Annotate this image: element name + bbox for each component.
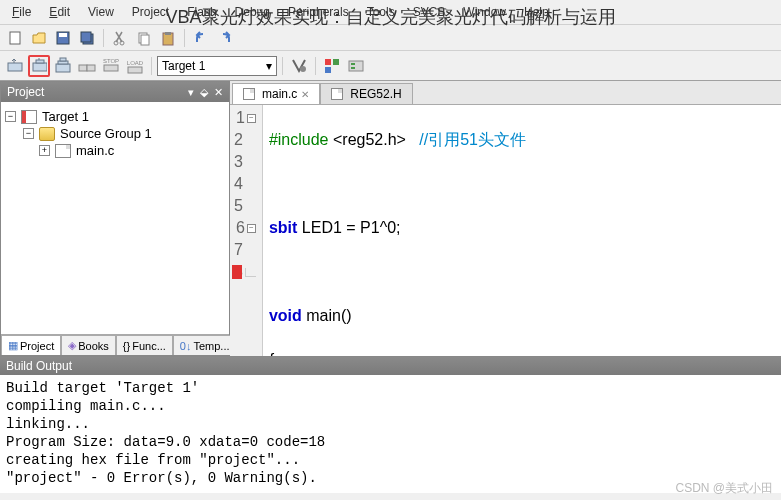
build-target-button[interactable] — [28, 55, 50, 77]
svg-rect-16 — [60, 58, 66, 61]
svg-rect-26 — [325, 67, 331, 73]
menu-window[interactable]: Window — [455, 3, 514, 21]
separator — [184, 29, 185, 47]
bookmark-icon[interactable] — [232, 265, 242, 279]
svg-rect-19 — [104, 65, 118, 71]
svg-rect-10 — [165, 32, 171, 35]
svg-rect-13 — [36, 60, 44, 63]
line-gutter: 1− 2 3 4 5 6− 7 8 — [230, 105, 263, 356]
open-file-button[interactable] — [28, 27, 50, 49]
svg-rect-18 — [87, 65, 95, 71]
svg-rect-8 — [141, 35, 149, 45]
build-output-text[interactable]: Build target 'Target 1' compiling main.c… — [0, 375, 781, 493]
svg-rect-12 — [33, 63, 47, 71]
fold-icon[interactable]: − — [247, 224, 256, 233]
svg-rect-29 — [351, 67, 355, 69]
cut-button[interactable] — [109, 27, 131, 49]
c-file-icon — [55, 144, 71, 158]
target-combo-value: Target 1 — [162, 59, 205, 73]
svg-text:LOAD: LOAD — [127, 60, 144, 66]
options-button[interactable] — [288, 55, 310, 77]
translate-button[interactable] — [4, 55, 26, 77]
separator — [151, 57, 152, 75]
menu-svcs[interactable]: SVCS — [405, 3, 454, 21]
batch-build-button[interactable] — [76, 55, 98, 77]
c-file-icon — [243, 88, 255, 100]
download-button[interactable]: LOAD — [124, 55, 146, 77]
paste-button[interactable] — [157, 27, 179, 49]
folder-icon — [39, 127, 55, 141]
tree-toggle-icon[interactable]: + — [39, 145, 50, 156]
undo-button[interactable] — [190, 27, 212, 49]
target-icon — [21, 110, 37, 124]
redo-button[interactable] — [214, 27, 236, 49]
project-panel-title: Project — [7, 85, 44, 99]
build-toolbar: STOP LOAD Target 1 ▾ — [0, 51, 781, 81]
project-panel: Project ▾ ⬙ ✕ − Target 1 − Source Group … — [0, 81, 230, 356]
editor-panel: main.c ✕ REG52.H 1− 2 3 4 5 6− 7 8 #incl… — [230, 81, 781, 356]
project-panel-header: Project ▾ ⬙ ✕ — [1, 82, 229, 102]
panel-autohide-icon[interactable]: ⬙ — [200, 86, 208, 99]
tab-project[interactable]: ▦Project — [1, 335, 61, 355]
separator — [315, 57, 316, 75]
code-editor[interactable]: 1− 2 3 4 5 6− 7 8 #include <reg52.h> //引… — [230, 105, 781, 356]
stop-build-button[interactable]: STOP — [100, 55, 122, 77]
project-tree[interactable]: − Target 1 − Source Group 1 + main.c — [1, 102, 229, 334]
new-file-button[interactable] — [4, 27, 26, 49]
target-combo[interactable]: Target 1 ▾ — [157, 56, 277, 76]
menu-peripherals[interactable]: Peripherals — [280, 3, 357, 21]
editor-tab-reg52[interactable]: REG52.H — [320, 83, 412, 104]
menu-edit[interactable]: Edit — [41, 3, 78, 21]
tree-toggle-icon[interactable]: − — [5, 111, 16, 122]
svg-rect-17 — [79, 65, 87, 71]
tab-functions[interactable]: {}Func... — [116, 335, 173, 355]
menu-debug[interactable]: Debug — [227, 3, 278, 21]
fold-icon[interactable]: − — [247, 114, 256, 123]
close-tab-icon[interactable]: ✕ — [301, 89, 309, 100]
save-all-button[interactable] — [76, 27, 98, 49]
separator — [103, 29, 104, 47]
panel-pin-icon[interactable]: ▾ — [188, 86, 194, 99]
manage-components-button[interactable] — [321, 55, 343, 77]
tab-templates[interactable]: 0↓Temp... — [173, 335, 237, 355]
svg-point-23 — [300, 66, 306, 72]
save-button[interactable] — [52, 27, 74, 49]
svg-rect-2 — [59, 33, 67, 37]
h-file-icon — [331, 88, 343, 100]
manage-rte-button[interactable] — [345, 55, 367, 77]
menu-flash[interactable]: Flash — [179, 3, 224, 21]
editor-tab-mainc[interactable]: main.c ✕ — [232, 83, 320, 104]
menu-help[interactable]: Help — [516, 3, 557, 21]
chevron-down-icon: ▾ — [266, 59, 272, 73]
svg-text:STOP: STOP — [103, 58, 119, 64]
svg-rect-25 — [333, 59, 339, 65]
panel-close-icon[interactable]: ✕ — [214, 86, 223, 99]
svg-rect-28 — [351, 63, 355, 65]
menu-file[interactable]: File — [4, 3, 39, 21]
rebuild-button[interactable] — [52, 55, 74, 77]
copy-button[interactable] — [133, 27, 155, 49]
tab-books[interactable]: ◈Books — [61, 335, 116, 355]
watermark: CSDN @美式小田 — [675, 480, 773, 497]
menu-view[interactable]: View — [80, 3, 122, 21]
svg-rect-24 — [325, 59, 331, 65]
code-content[interactable]: #include <reg52.h> //引用51头文件 sbit LED1 =… — [263, 105, 532, 356]
svg-rect-11 — [8, 63, 22, 71]
build-output-panel: Build Output Build target 'Target 1' com… — [0, 356, 781, 493]
project-panel-tabs: ▦Project ◈Books {}Func... 0↓Temp... — [1, 334, 229, 355]
tree-file-label: main.c — [76, 143, 114, 158]
standard-toolbar — [0, 25, 781, 51]
tree-group-label: Source Group 1 — [60, 126, 152, 141]
build-output-header: Build Output — [0, 357, 781, 375]
tree-target-label: Target 1 — [42, 109, 89, 124]
svg-rect-22 — [128, 67, 142, 73]
svg-rect-27 — [349, 61, 363, 71]
svg-rect-0 — [10, 32, 20, 44]
tree-target[interactable]: − Target 1 — [5, 108, 225, 125]
menu-project[interactable]: Project — [124, 3, 177, 21]
tree-group[interactable]: − Source Group 1 — [5, 125, 225, 142]
tree-toggle-icon[interactable]: − — [23, 128, 34, 139]
tree-file[interactable]: + main.c — [5, 142, 225, 159]
menubar: File Edit View Project Flash Debug Perip… — [0, 0, 781, 25]
menu-tools[interactable]: Tools — [359, 3, 403, 21]
